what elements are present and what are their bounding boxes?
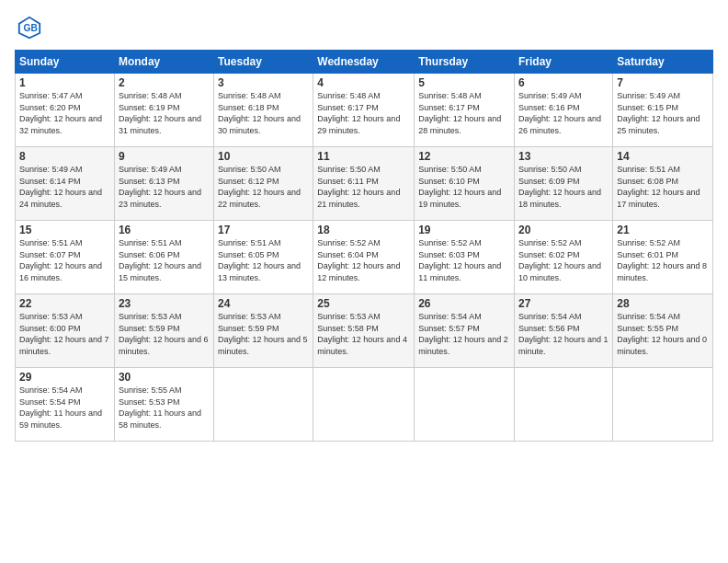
calendar-cell: 20 Sunrise: 5:52 AMSunset: 6:02 PMDaylig… <box>515 221 613 294</box>
calendar-cell: 5 Sunrise: 5:48 AMSunset: 6:17 PMDayligh… <box>415 74 515 147</box>
week-row-3: 15 Sunrise: 5:51 AMSunset: 6:07 PMDaylig… <box>16 221 713 294</box>
day-number: 27 <box>518 297 609 310</box>
calendar-cell: 11 Sunrise: 5:50 AMSunset: 6:11 PMDaylig… <box>313 147 415 221</box>
day-info: Sunrise: 5:53 AMSunset: 5:59 PMDaylight:… <box>218 312 308 356</box>
weekday-header-thursday: Thursday <box>415 51 515 74</box>
calendar-cell: 1 Sunrise: 5:47 AMSunset: 6:20 PMDayligh… <box>16 74 115 147</box>
day-info: Sunrise: 5:48 AMSunset: 6:17 PMDaylight:… <box>418 91 501 135</box>
day-info: Sunrise: 5:55 AMSunset: 5:53 PMDaylight:… <box>119 385 201 430</box>
calendar-cell: 22 Sunrise: 5:53 AMSunset: 6:00 PMDaylig… <box>16 294 115 368</box>
calendar-cell <box>313 368 415 442</box>
calendar-cell: 15 Sunrise: 5:51 AMSunset: 6:07 PMDaylig… <box>16 221 115 294</box>
day-info: Sunrise: 5:49 AMSunset: 6:16 PMDaylight:… <box>518 91 601 135</box>
weekday-header-wednesday: Wednesday <box>313 51 415 74</box>
day-number: 30 <box>119 371 210 384</box>
day-number: 28 <box>617 297 709 310</box>
day-number: 17 <box>218 224 309 236</box>
day-number: 9 <box>119 150 210 163</box>
day-number: 20 <box>518 224 609 236</box>
day-number: 18 <box>317 224 410 236</box>
logo-icon: GB <box>17 15 42 40</box>
weekday-header-tuesday: Tuesday <box>214 51 313 74</box>
day-info: Sunrise: 5:51 AMSunset: 6:06 PMDaylight:… <box>119 238 201 282</box>
day-info: Sunrise: 5:51 AMSunset: 6:07 PMDaylight:… <box>19 238 102 282</box>
day-number: 21 <box>617 224 709 236</box>
day-info: Sunrise: 5:53 AMSunset: 6:00 PMDaylight:… <box>19 312 109 356</box>
week-row-4: 22 Sunrise: 5:53 AMSunset: 6:00 PMDaylig… <box>16 294 713 368</box>
page-container: GB SundayMondayTuesdayWednesdayThursdayF… <box>0 0 728 563</box>
calendar-cell: 16 Sunrise: 5:51 AMSunset: 6:06 PMDaylig… <box>114 221 213 294</box>
weekday-header-sunday: Sunday <box>16 51 115 74</box>
day-number: 11 <box>317 150 410 163</box>
day-info: Sunrise: 5:50 AMSunset: 6:10 PMDaylight:… <box>418 165 501 209</box>
day-info: Sunrise: 5:50 AMSunset: 6:11 PMDaylight:… <box>317 165 400 209</box>
calendar-cell: 6 Sunrise: 5:49 AMSunset: 6:16 PMDayligh… <box>515 74 613 147</box>
day-number: 16 <box>119 224 210 236</box>
day-number: 24 <box>218 297 309 310</box>
calendar-cell: 13 Sunrise: 5:50 AMSunset: 6:09 PMDaylig… <box>515 147 613 221</box>
calendar-cell: 25 Sunrise: 5:53 AMSunset: 5:58 PMDaylig… <box>313 294 415 368</box>
week-row-2: 8 Sunrise: 5:49 AMSunset: 6:14 PMDayligh… <box>16 147 713 221</box>
calendar-cell <box>415 368 515 442</box>
day-number: 26 <box>418 297 510 310</box>
day-number: 8 <box>19 150 110 163</box>
calendar-cell: 18 Sunrise: 5:52 AMSunset: 6:04 PMDaylig… <box>313 221 415 294</box>
calendar-cell <box>515 368 613 442</box>
day-info: Sunrise: 5:50 AMSunset: 6:09 PMDaylight:… <box>518 165 601 209</box>
calendar-cell: 29 Sunrise: 5:54 AMSunset: 5:54 PMDaylig… <box>16 368 115 442</box>
day-number: 23 <box>119 297 210 310</box>
day-number: 1 <box>19 76 110 89</box>
day-number: 14 <box>617 150 709 163</box>
day-info: Sunrise: 5:48 AMSunset: 6:18 PMDaylight:… <box>218 91 301 135</box>
calendar-cell: 17 Sunrise: 5:51 AMSunset: 6:05 PMDaylig… <box>214 221 313 294</box>
calendar-table: SundayMondayTuesdayWednesdayThursdayFrid… <box>15 50 713 442</box>
calendar-cell: 24 Sunrise: 5:53 AMSunset: 5:59 PMDaylig… <box>214 294 313 368</box>
calendar-cell: 23 Sunrise: 5:53 AMSunset: 5:59 PMDaylig… <box>114 294 213 368</box>
day-info: Sunrise: 5:52 AMSunset: 6:03 PMDaylight:… <box>418 238 501 282</box>
day-info: Sunrise: 5:54 AMSunset: 5:57 PMDaylight:… <box>418 312 508 356</box>
day-number: 4 <box>317 76 410 89</box>
day-number: 12 <box>418 150 510 163</box>
calendar-cell <box>214 368 313 442</box>
day-number: 19 <box>418 224 510 236</box>
day-number: 22 <box>19 297 110 310</box>
day-number: 7 <box>617 76 709 89</box>
day-info: Sunrise: 5:52 AMSunset: 6:04 PMDaylight:… <box>317 238 400 282</box>
calendar-cell: 26 Sunrise: 5:54 AMSunset: 5:57 PMDaylig… <box>415 294 515 368</box>
day-number: 10 <box>218 150 309 163</box>
day-number: 6 <box>518 76 609 89</box>
calendar-cell <box>613 368 713 442</box>
day-info: Sunrise: 5:49 AMSunset: 6:14 PMDaylight:… <box>19 165 102 209</box>
calendar-cell: 3 Sunrise: 5:48 AMSunset: 6:18 PMDayligh… <box>214 74 313 147</box>
day-info: Sunrise: 5:54 AMSunset: 5:54 PMDaylight:… <box>19 385 102 430</box>
day-info: Sunrise: 5:51 AMSunset: 6:05 PMDaylight:… <box>218 238 301 282</box>
day-info: Sunrise: 5:52 AMSunset: 6:01 PMDaylight:… <box>617 238 707 282</box>
day-number: 5 <box>418 76 510 89</box>
day-number: 2 <box>119 76 210 89</box>
day-info: Sunrise: 5:53 AMSunset: 5:58 PMDaylight:… <box>317 312 407 356</box>
logo: GB <box>15 15 42 40</box>
calendar-cell: 7 Sunrise: 5:49 AMSunset: 6:15 PMDayligh… <box>613 74 713 147</box>
day-info: Sunrise: 5:49 AMSunset: 6:13 PMDaylight:… <box>119 165 201 209</box>
calendar-cell: 19 Sunrise: 5:52 AMSunset: 6:03 PMDaylig… <box>415 221 515 294</box>
calendar-cell: 14 Sunrise: 5:51 AMSunset: 6:08 PMDaylig… <box>613 147 713 221</box>
calendar-cell: 4 Sunrise: 5:48 AMSunset: 6:17 PMDayligh… <box>313 74 415 147</box>
week-row-5: 29 Sunrise: 5:54 AMSunset: 5:54 PMDaylig… <box>16 368 713 442</box>
calendar-cell: 21 Sunrise: 5:52 AMSunset: 6:01 PMDaylig… <box>613 221 713 294</box>
day-info: Sunrise: 5:51 AMSunset: 6:08 PMDaylight:… <box>617 165 700 209</box>
calendar-cell: 12 Sunrise: 5:50 AMSunset: 6:10 PMDaylig… <box>415 147 515 221</box>
week-row-1: 1 Sunrise: 5:47 AMSunset: 6:20 PMDayligh… <box>16 74 713 147</box>
day-number: 13 <box>518 150 609 163</box>
day-info: Sunrise: 5:54 AMSunset: 5:55 PMDaylight:… <box>617 312 707 356</box>
calendar-cell: 8 Sunrise: 5:49 AMSunset: 6:14 PMDayligh… <box>16 147 115 221</box>
calendar-cell: 9 Sunrise: 5:49 AMSunset: 6:13 PMDayligh… <box>114 147 213 221</box>
calendar-cell: 27 Sunrise: 5:54 AMSunset: 5:56 PMDaylig… <box>515 294 613 368</box>
day-info: Sunrise: 5:50 AMSunset: 6:12 PMDaylight:… <box>218 165 301 209</box>
weekday-header-row: SundayMondayTuesdayWednesdayThursdayFrid… <box>16 51 713 74</box>
calendar-cell: 2 Sunrise: 5:48 AMSunset: 6:19 PMDayligh… <box>114 74 213 147</box>
day-info: Sunrise: 5:48 AMSunset: 6:19 PMDaylight:… <box>119 91 201 135</box>
calendar-cell: 10 Sunrise: 5:50 AMSunset: 6:12 PMDaylig… <box>214 147 313 221</box>
day-info: Sunrise: 5:53 AMSunset: 5:59 PMDaylight:… <box>119 312 209 356</box>
day-info: Sunrise: 5:47 AMSunset: 6:20 PMDaylight:… <box>19 91 102 135</box>
day-info: Sunrise: 5:52 AMSunset: 6:02 PMDaylight:… <box>518 238 601 282</box>
